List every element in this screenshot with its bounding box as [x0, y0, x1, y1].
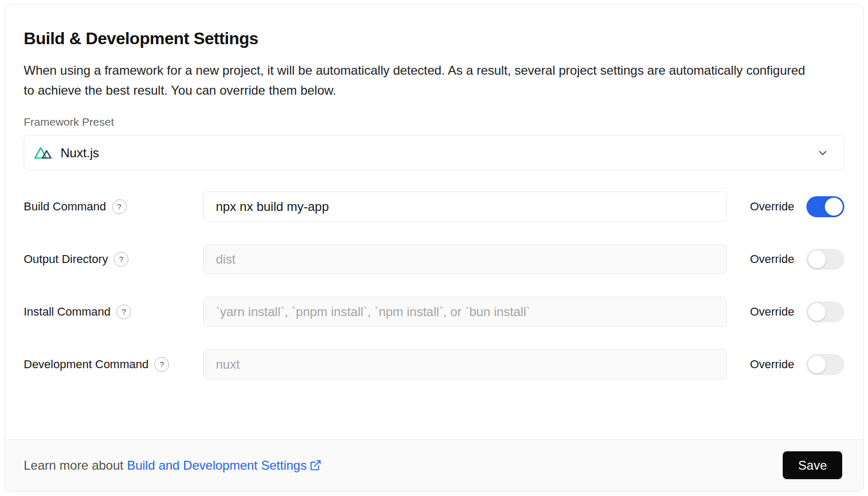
external-link-icon [310, 459, 322, 471]
install-command-row: Install Command ? Override [24, 297, 844, 327]
settings-body: Build & Development Settings When using … [5, 5, 863, 439]
output-directory-override-toggle[interactable] [806, 249, 844, 270]
question-mark-icon[interactable]: ? [116, 305, 131, 319]
build-command-row: Build Command ? Override [24, 191, 844, 221]
development-command-row: Development Command ? Override [24, 349, 844, 379]
build-command-input[interactable] [203, 191, 727, 221]
save-button[interactable]: Save [783, 451, 842, 479]
toggle-knob [808, 356, 826, 373]
override-label: Override [750, 200, 794, 214]
install-command-label-text: Install Command [24, 305, 111, 319]
chevron-down-icon [816, 147, 829, 159]
toggle-knob [808, 250, 826, 268]
output-directory-row: Output Directory ? Override [24, 244, 844, 274]
build-command-label-text: Build Command [24, 200, 106, 214]
settings-description: When using a framework for a new project… [24, 60, 808, 100]
override-label: Override [750, 305, 794, 319]
output-directory-label-text: Output Directory [24, 252, 108, 266]
learn-more-text: Learn more about Build and Development S… [24, 458, 322, 473]
development-command-label-text: Development Command [24, 358, 148, 371]
development-command-input[interactable] [203, 349, 727, 379]
build-settings-docs-link[interactable]: Build and Development Settings [127, 458, 322, 473]
override-label: Override [750, 358, 794, 371]
override-label: Override [750, 252, 794, 266]
framework-preset-select[interactable]: Nuxt.js [24, 135, 844, 170]
settings-rows: Build Command ? Override Output Director… [24, 191, 844, 379]
build-settings-card: Build & Development Settings When using … [4, 4, 864, 491]
toggle-knob [808, 303, 826, 321]
build-command-override-toggle[interactable] [806, 196, 844, 217]
toggle-knob [825, 198, 843, 216]
install-command-label: Install Command ? [24, 305, 203, 319]
framework-preset-label: Framework Preset [24, 116, 844, 128]
output-directory-input[interactable] [203, 244, 727, 274]
development-command-label: Development Command ? [24, 357, 203, 372]
learn-more-link-text: Build and Development Settings [127, 458, 307, 473]
output-directory-label: Output Directory ? [24, 252, 203, 267]
question-mark-icon[interactable]: ? [114, 252, 128, 267]
nuxt-logo-icon [34, 146, 54, 160]
install-command-override-toggle[interactable] [806, 301, 844, 322]
framework-selected-value: Nuxt.js [61, 146, 99, 160]
page-title: Build & Development Settings [24, 29, 844, 48]
learn-more-prefix: Learn more about [24, 458, 127, 473]
build-command-label: Build Command ? [24, 199, 203, 214]
question-mark-icon[interactable]: ? [154, 357, 169, 372]
question-mark-icon[interactable]: ? [112, 199, 127, 214]
install-command-input[interactable] [203, 297, 727, 327]
settings-footer: Learn more about Build and Development S… [5, 439, 863, 491]
development-command-override-toggle[interactable] [806, 354, 844, 375]
